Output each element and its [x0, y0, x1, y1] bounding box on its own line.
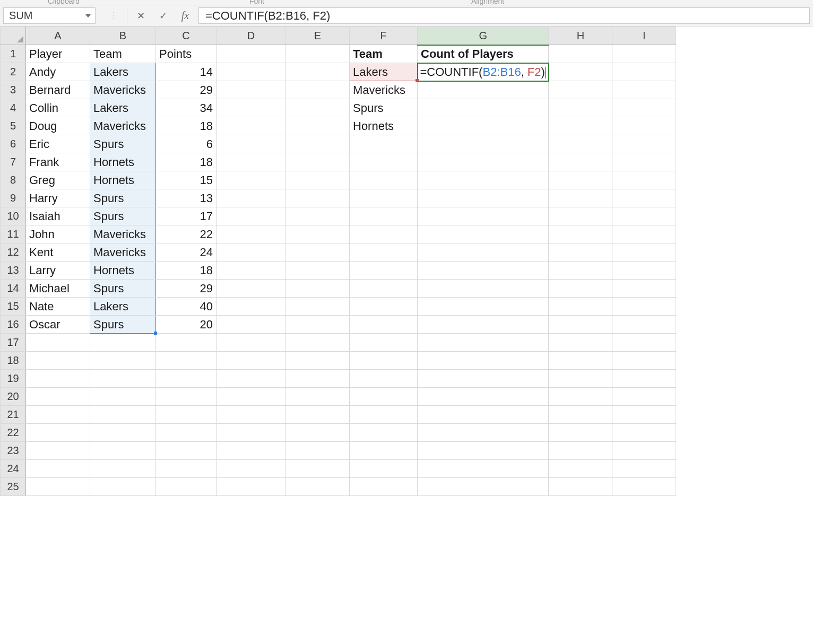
- cell-C18[interactable]: [156, 352, 217, 370]
- cell-I21[interactable]: [612, 406, 676, 424]
- cell-F3[interactable]: Mavericks: [350, 81, 418, 99]
- cell-C25[interactable]: [156, 478, 217, 496]
- cell-E11[interactable]: [286, 225, 350, 243]
- cell-B18[interactable]: [90, 352, 156, 370]
- cell-A17[interactable]: [26, 334, 90, 352]
- cell-H24[interactable]: [549, 460, 612, 478]
- cell-D9[interactable]: [217, 189, 286, 207]
- cell-A15[interactable]: Nate: [26, 298, 90, 316]
- cell-B5[interactable]: Mavericks: [90, 117, 156, 135]
- cell-C20[interactable]: [156, 388, 217, 406]
- cell-C4[interactable]: 34: [156, 99, 217, 117]
- cell-H5[interactable]: [549, 117, 612, 135]
- cell-C24[interactable]: [156, 460, 217, 478]
- cell-B25[interactable]: [90, 478, 156, 496]
- cell-I22[interactable]: [612, 424, 676, 442]
- cell-C8[interactable]: 15: [156, 171, 217, 189]
- row-header-23[interactable]: 23: [1, 442, 26, 460]
- cell-B3[interactable]: Mavericks: [90, 81, 156, 99]
- cell-H13[interactable]: [549, 262, 612, 280]
- cell-G20[interactable]: [418, 388, 549, 406]
- cell-G10[interactable]: [418, 207, 549, 225]
- cell-G2[interactable]: =COUNTIF(B2:B16, F2): [418, 63, 549, 81]
- cell-F12[interactable]: [350, 243, 418, 262]
- cell-F10[interactable]: [350, 207, 418, 225]
- cell-D7[interactable]: [217, 153, 286, 171]
- cell-I8[interactable]: [612, 171, 676, 189]
- cell-E17[interactable]: [286, 334, 350, 352]
- cell-H10[interactable]: [549, 207, 612, 225]
- cell-H22[interactable]: [549, 424, 612, 442]
- cell-I14[interactable]: [612, 280, 676, 298]
- cell-A18[interactable]: [26, 352, 90, 370]
- cell-G24[interactable]: [418, 460, 549, 478]
- cell-B13[interactable]: Hornets: [90, 262, 156, 280]
- cell-F2[interactable]: Lakers: [350, 63, 418, 81]
- cell-F17[interactable]: [350, 334, 418, 352]
- cell-I25[interactable]: [612, 478, 676, 496]
- cell-F21[interactable]: [350, 406, 418, 424]
- cell-C1[interactable]: Points: [156, 45, 217, 63]
- cell-D19[interactable]: [217, 370, 286, 388]
- cell-I2[interactable]: [612, 63, 676, 81]
- cell-B21[interactable]: [90, 406, 156, 424]
- cell-A11[interactable]: John: [26, 225, 90, 243]
- cell-F14[interactable]: [350, 280, 418, 298]
- cell-B1[interactable]: Team: [90, 45, 156, 63]
- cell-F25[interactable]: [350, 478, 418, 496]
- row-header-18[interactable]: 18: [1, 352, 26, 370]
- cell-F20[interactable]: [350, 388, 418, 406]
- row-header-1[interactable]: 1: [1, 45, 26, 63]
- cell-E10[interactable]: [286, 207, 350, 225]
- cell-H6[interactable]: [549, 135, 612, 153]
- row-header-5[interactable]: 5: [1, 117, 26, 135]
- cell-B9[interactable]: Spurs: [90, 189, 156, 207]
- row-header-19[interactable]: 19: [1, 370, 26, 388]
- cell-A4[interactable]: Collin: [26, 99, 90, 117]
- cell-B10[interactable]: Spurs: [90, 207, 156, 225]
- cell-D6[interactable]: [217, 135, 286, 153]
- row-header-16[interactable]: 16: [1, 316, 26, 334]
- cell-H4[interactable]: [549, 99, 612, 117]
- cell-A12[interactable]: Kent: [26, 243, 90, 262]
- cell-F13[interactable]: [350, 262, 418, 280]
- cell-G21[interactable]: [418, 406, 549, 424]
- col-header-G[interactable]: G: [418, 27, 549, 45]
- cell-F18[interactable]: [350, 352, 418, 370]
- cell-D22[interactable]: [217, 424, 286, 442]
- row-header-8[interactable]: 8: [1, 171, 26, 189]
- cell-H11[interactable]: [549, 225, 612, 243]
- row-header-9[interactable]: 9: [1, 189, 26, 207]
- row-header-11[interactable]: 11: [1, 225, 26, 243]
- cell-D17[interactable]: [217, 334, 286, 352]
- worksheet[interactable]: A B C D E F G H I 1PlayerTeamPointsTeamC…: [0, 27, 813, 644]
- cell-E16[interactable]: [286, 316, 350, 334]
- cell-A5[interactable]: Doug: [26, 117, 90, 135]
- row-header-6[interactable]: 6: [1, 135, 26, 153]
- cell-I23[interactable]: [612, 442, 676, 460]
- cell-A24[interactable]: [26, 460, 90, 478]
- cell-B17[interactable]: [90, 334, 156, 352]
- cell-A10[interactable]: Isaiah: [26, 207, 90, 225]
- cell-B23[interactable]: [90, 442, 156, 460]
- cell-G13[interactable]: [418, 262, 549, 280]
- cell-E9[interactable]: [286, 189, 350, 207]
- cell-D3[interactable]: [217, 81, 286, 99]
- cell-E21[interactable]: [286, 406, 350, 424]
- cell-H9[interactable]: [549, 189, 612, 207]
- cell-C6[interactable]: 6: [156, 135, 217, 153]
- cell-G16[interactable]: [418, 316, 549, 334]
- cell-E6[interactable]: [286, 135, 350, 153]
- cell-A20[interactable]: [26, 388, 90, 406]
- name-box[interactable]: SUM: [3, 7, 96, 24]
- cell-I18[interactable]: [612, 352, 676, 370]
- cell-E8[interactable]: [286, 171, 350, 189]
- cell-B8[interactable]: Hornets: [90, 171, 156, 189]
- cell-G18[interactable]: [418, 352, 549, 370]
- cell-G22[interactable]: [418, 424, 549, 442]
- row-header-4[interactable]: 4: [1, 99, 26, 117]
- cell-H19[interactable]: [549, 370, 612, 388]
- cell-C9[interactable]: 13: [156, 189, 217, 207]
- cell-A21[interactable]: [26, 406, 90, 424]
- cell-A14[interactable]: Michael: [26, 280, 90, 298]
